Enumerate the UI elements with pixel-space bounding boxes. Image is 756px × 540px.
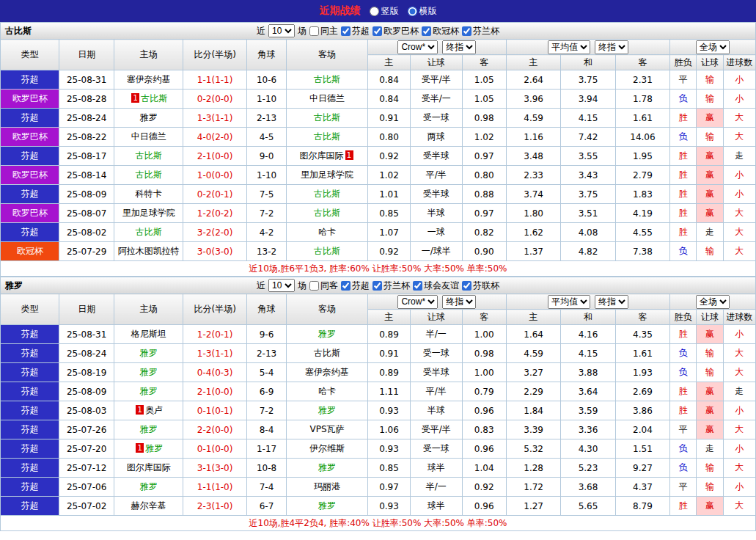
league-filter[interactable]: 芬兰杯 bbox=[462, 25, 499, 37]
match-count-select[interactable]: 10 bbox=[268, 279, 295, 292]
col-type: 类型 bbox=[1, 294, 59, 325]
league-label: 球会友谊 bbox=[424, 280, 459, 292]
corners-score: 6-9 bbox=[246, 382, 286, 401]
avg-home-odds: 3.74 bbox=[506, 185, 560, 204]
competition-type: 芬超 bbox=[1, 70, 59, 90]
layout-option-horizontal[interactable]: 横版 bbox=[408, 5, 437, 18]
same-venue-checkbox[interactable] bbox=[309, 281, 319, 291]
league-filter[interactable]: 芬超 bbox=[341, 280, 370, 292]
avg-home-odds: 1.37 bbox=[506, 242, 560, 261]
avg-draw-odds: 3.75 bbox=[561, 185, 615, 204]
team-name: 塞伊奈约基 bbox=[305, 367, 349, 377]
league-checkbox[interactable] bbox=[341, 281, 351, 291]
avg-draw-odds: 4.15 bbox=[561, 109, 615, 128]
odds-source-select[interactable]: Crow* bbox=[397, 40, 438, 54]
match-date: 25-08-31 bbox=[59, 70, 114, 90]
result-goals: 大 bbox=[723, 223, 755, 242]
home-team: 雅罗 bbox=[114, 478, 183, 497]
col-home: 主场 bbox=[114, 40, 183, 70]
same-venue-filter[interactable]: 同客 bbox=[309, 280, 338, 292]
section-header-bar: 古比斯 近 10 场 同主 芬超 欧罗巴杯 欧冠杯 bbox=[0, 22, 756, 39]
avg-away-odds: 4.35 bbox=[615, 325, 669, 344]
red-card-badge: 1 bbox=[131, 93, 139, 103]
match-score: 3-2(2-0) bbox=[183, 223, 246, 242]
subcol-goals-result: 进球数 bbox=[723, 55, 755, 70]
avg-away-odds: 1.95 bbox=[615, 147, 669, 166]
handicap-line: 受平/半 bbox=[411, 70, 462, 90]
team-name: 古比斯 bbox=[314, 208, 340, 218]
red-card-badge: 1 bbox=[345, 150, 353, 160]
match-date: 25-07-29 bbox=[59, 242, 114, 261]
avg-final-select[interactable]: 终指 bbox=[595, 40, 628, 54]
competition-type: 芬超 bbox=[1, 363, 59, 382]
result-goals: 小 bbox=[723, 439, 755, 459]
league-checkbox[interactable] bbox=[373, 281, 382, 291]
match-row: 芬超25-08-24雅罗1-3(1-1)2-13古比斯0.91受一球0.984.… bbox=[1, 344, 756, 363]
handicap-line: 受半/一 bbox=[411, 90, 462, 109]
avg-away-odds: 9.27 bbox=[615, 459, 669, 478]
vertical-radio[interactable] bbox=[370, 7, 379, 16]
avg-draw-odds: 3.68 bbox=[561, 478, 615, 497]
odds-final-select[interactable]: 终指 bbox=[442, 295, 476, 309]
league-filter[interactable]: 芬兰杯 bbox=[373, 280, 410, 292]
result-handicap: 赢 bbox=[697, 204, 723, 223]
avg-final-select[interactable]: 终指 bbox=[595, 295, 628, 309]
handicap-home-odds: 0.93 bbox=[367, 401, 410, 420]
avg-select[interactable]: 平均值 bbox=[548, 40, 590, 54]
odds-final-select[interactable]: 终指 bbox=[442, 40, 476, 54]
scope-select[interactable]: 全场 bbox=[696, 40, 730, 54]
same-venue-checkbox[interactable] bbox=[309, 26, 319, 36]
avg-select[interactable]: 平均值 bbox=[548, 295, 590, 309]
corners-score: 4-2 bbox=[246, 223, 286, 242]
average-odds-group: 平均值 终指 bbox=[506, 40, 669, 55]
handicap-home-odds: 1.11 bbox=[367, 382, 410, 401]
home-team: 赫尔辛基 bbox=[114, 497, 183, 516]
league-filter[interactable]: 芬超 bbox=[341, 25, 370, 37]
home-team: 阿拉木图凯拉特 bbox=[114, 242, 183, 261]
handicap-away-odds: 0.80 bbox=[462, 166, 506, 185]
odds-source-select[interactable]: Crow* bbox=[397, 295, 438, 309]
handicap-line: 两球 bbox=[411, 128, 462, 147]
handicap-home-odds: 0.85 bbox=[367, 204, 410, 223]
corners-score: 7-2 bbox=[246, 401, 286, 420]
team-name: 古比斯 bbox=[141, 93, 167, 103]
team-name: 雅罗 bbox=[318, 500, 336, 511]
home-team: 雅罗 bbox=[114, 109, 183, 128]
same-venue-filter[interactable]: 同主 bbox=[309, 25, 338, 37]
layout-option-vertical[interactable]: 竖版 bbox=[370, 5, 399, 18]
league-checkbox[interactable] bbox=[341, 26, 351, 36]
page-title: 近期战绩 bbox=[320, 4, 361, 18]
handicap-home-odds: 0.93 bbox=[367, 439, 410, 459]
horizontal-radio[interactable] bbox=[408, 7, 417, 16]
league-filter[interactable]: 芬联杯 bbox=[462, 280, 499, 292]
league-checkbox[interactable] bbox=[373, 26, 382, 36]
corners-score: 10-6 bbox=[246, 70, 286, 90]
scope-select[interactable]: 全场 bbox=[696, 295, 730, 309]
match-score: 2-1(0-0) bbox=[183, 382, 246, 401]
league-checkbox[interactable] bbox=[422, 26, 431, 36]
match-count-select[interactable]: 10 bbox=[268, 24, 295, 37]
league-checkbox[interactable] bbox=[462, 26, 471, 36]
handicap-line: 受一球 bbox=[411, 439, 462, 459]
league-filter[interactable]: 欧罗巴杯 bbox=[373, 25, 419, 37]
corners-score: 9-0 bbox=[246, 147, 286, 166]
league-filter[interactable]: 球会友谊 bbox=[413, 280, 459, 292]
team-name: VPS瓦萨 bbox=[309, 424, 344, 434]
handicap-home-odds: 1.06 bbox=[367, 420, 410, 439]
result-goals: 大 bbox=[723, 420, 755, 439]
result-goals: 小 bbox=[723, 325, 755, 344]
col-home: 主场 bbox=[114, 294, 183, 325]
home-team: 格尼斯坦 bbox=[114, 325, 183, 344]
corners-score: 13-2 bbox=[246, 242, 286, 261]
subcol-ah-away: 客 bbox=[462, 310, 506, 325]
team-name: 雅罗 bbox=[318, 329, 336, 339]
handicap-away-odds: 1.02 bbox=[462, 128, 506, 147]
result-goals: 大 bbox=[723, 344, 755, 363]
team-name: 古比斯 bbox=[314, 74, 340, 84]
team-name: 古比斯 bbox=[314, 189, 340, 199]
league-checkbox[interactable] bbox=[462, 281, 471, 291]
handicap-line: 球半 bbox=[411, 459, 462, 478]
avg-home-odds: 3.48 bbox=[506, 147, 560, 166]
league-checkbox[interactable] bbox=[413, 281, 422, 291]
league-filter[interactable]: 欧冠杯 bbox=[422, 25, 459, 37]
